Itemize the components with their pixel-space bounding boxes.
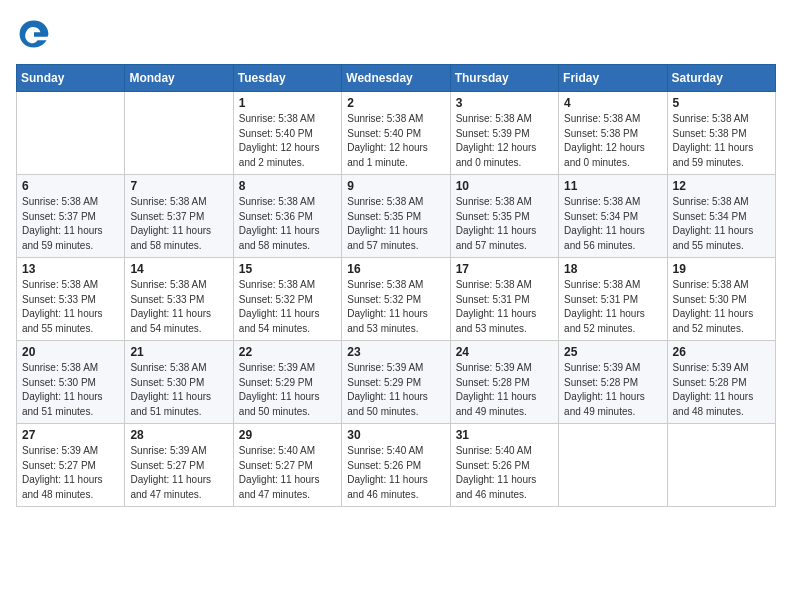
day-number: 30 <box>347 428 444 442</box>
weekday-header: Monday <box>125 65 233 92</box>
day-info: Sunrise: 5:38 AM Sunset: 5:40 PM Dayligh… <box>239 112 336 170</box>
day-info: Sunrise: 5:38 AM Sunset: 5:32 PM Dayligh… <box>347 278 444 336</box>
day-info: Sunrise: 5:38 AM Sunset: 5:38 PM Dayligh… <box>673 112 770 170</box>
calendar-day-cell: 29 Sunrise: 5:40 AM Sunset: 5:27 PM Dayl… <box>233 424 341 507</box>
logo <box>16 16 56 52</box>
day-number: 24 <box>456 345 553 359</box>
calendar-day-cell: 24 Sunrise: 5:39 AM Sunset: 5:28 PM Dayl… <box>450 341 558 424</box>
day-number: 9 <box>347 179 444 193</box>
calendar-day-cell: 30 Sunrise: 5:40 AM Sunset: 5:26 PM Dayl… <box>342 424 450 507</box>
calendar-day-cell: 2 Sunrise: 5:38 AM Sunset: 5:40 PM Dayli… <box>342 92 450 175</box>
calendar-week-row: 13 Sunrise: 5:38 AM Sunset: 5:33 PM Dayl… <box>17 258 776 341</box>
calendar-day-cell: 21 Sunrise: 5:38 AM Sunset: 5:30 PM Dayl… <box>125 341 233 424</box>
calendar-day-cell: 28 Sunrise: 5:39 AM Sunset: 5:27 PM Dayl… <box>125 424 233 507</box>
day-number: 13 <box>22 262 119 276</box>
day-info: Sunrise: 5:39 AM Sunset: 5:27 PM Dayligh… <box>22 444 119 502</box>
calendar-day-cell: 3 Sunrise: 5:38 AM Sunset: 5:39 PM Dayli… <box>450 92 558 175</box>
day-number: 15 <box>239 262 336 276</box>
day-number: 20 <box>22 345 119 359</box>
calendar-day-cell: 6 Sunrise: 5:38 AM Sunset: 5:37 PM Dayli… <box>17 175 125 258</box>
calendar-day-cell: 12 Sunrise: 5:38 AM Sunset: 5:34 PM Dayl… <box>667 175 775 258</box>
calendar-day-cell <box>17 92 125 175</box>
day-info: Sunrise: 5:40 AM Sunset: 5:26 PM Dayligh… <box>456 444 553 502</box>
day-info: Sunrise: 5:38 AM Sunset: 5:34 PM Dayligh… <box>673 195 770 253</box>
day-number: 6 <box>22 179 119 193</box>
calendar-week-row: 6 Sunrise: 5:38 AM Sunset: 5:37 PM Dayli… <box>17 175 776 258</box>
day-info: Sunrise: 5:38 AM Sunset: 5:33 PM Dayligh… <box>22 278 119 336</box>
day-info: Sunrise: 5:38 AM Sunset: 5:37 PM Dayligh… <box>130 195 227 253</box>
page-header <box>16 16 776 52</box>
day-info: Sunrise: 5:38 AM Sunset: 5:40 PM Dayligh… <box>347 112 444 170</box>
day-number: 31 <box>456 428 553 442</box>
day-number: 23 <box>347 345 444 359</box>
weekday-header: Saturday <box>667 65 775 92</box>
day-number: 18 <box>564 262 661 276</box>
day-number: 1 <box>239 96 336 110</box>
calendar-day-cell: 25 Sunrise: 5:39 AM Sunset: 5:28 PM Dayl… <box>559 341 667 424</box>
calendar-day-cell: 10 Sunrise: 5:38 AM Sunset: 5:35 PM Dayl… <box>450 175 558 258</box>
calendar-day-cell: 17 Sunrise: 5:38 AM Sunset: 5:31 PM Dayl… <box>450 258 558 341</box>
calendar-day-cell: 8 Sunrise: 5:38 AM Sunset: 5:36 PM Dayli… <box>233 175 341 258</box>
weekday-header: Wednesday <box>342 65 450 92</box>
calendar-day-cell: 26 Sunrise: 5:39 AM Sunset: 5:28 PM Dayl… <box>667 341 775 424</box>
day-number: 12 <box>673 179 770 193</box>
day-number: 4 <box>564 96 661 110</box>
calendar-day-cell: 31 Sunrise: 5:40 AM Sunset: 5:26 PM Dayl… <box>450 424 558 507</box>
weekday-header: Friday <box>559 65 667 92</box>
day-info: Sunrise: 5:38 AM Sunset: 5:37 PM Dayligh… <box>22 195 119 253</box>
day-number: 22 <box>239 345 336 359</box>
day-number: 26 <box>673 345 770 359</box>
calendar-day-cell: 22 Sunrise: 5:39 AM Sunset: 5:29 PM Dayl… <box>233 341 341 424</box>
day-info: Sunrise: 5:39 AM Sunset: 5:29 PM Dayligh… <box>347 361 444 419</box>
calendar-day-cell: 27 Sunrise: 5:39 AM Sunset: 5:27 PM Dayl… <box>17 424 125 507</box>
day-info: Sunrise: 5:39 AM Sunset: 5:29 PM Dayligh… <box>239 361 336 419</box>
day-number: 25 <box>564 345 661 359</box>
calendar-day-cell <box>559 424 667 507</box>
day-info: Sunrise: 5:39 AM Sunset: 5:28 PM Dayligh… <box>673 361 770 419</box>
day-info: Sunrise: 5:38 AM Sunset: 5:30 PM Dayligh… <box>22 361 119 419</box>
calendar-week-row: 27 Sunrise: 5:39 AM Sunset: 5:27 PM Dayl… <box>17 424 776 507</box>
day-number: 8 <box>239 179 336 193</box>
calendar-day-cell: 9 Sunrise: 5:38 AM Sunset: 5:35 PM Dayli… <box>342 175 450 258</box>
day-number: 11 <box>564 179 661 193</box>
day-number: 14 <box>130 262 227 276</box>
calendar-day-cell: 13 Sunrise: 5:38 AM Sunset: 5:33 PM Dayl… <box>17 258 125 341</box>
day-info: Sunrise: 5:40 AM Sunset: 5:27 PM Dayligh… <box>239 444 336 502</box>
calendar-day-cell: 4 Sunrise: 5:38 AM Sunset: 5:38 PM Dayli… <box>559 92 667 175</box>
day-info: Sunrise: 5:38 AM Sunset: 5:34 PM Dayligh… <box>564 195 661 253</box>
day-number: 21 <box>130 345 227 359</box>
calendar-day-cell: 20 Sunrise: 5:38 AM Sunset: 5:30 PM Dayl… <box>17 341 125 424</box>
day-info: Sunrise: 5:38 AM Sunset: 5:33 PM Dayligh… <box>130 278 227 336</box>
day-info: Sunrise: 5:38 AM Sunset: 5:36 PM Dayligh… <box>239 195 336 253</box>
calendar-week-row: 1 Sunrise: 5:38 AM Sunset: 5:40 PM Dayli… <box>17 92 776 175</box>
day-number: 3 <box>456 96 553 110</box>
calendar-day-cell: 14 Sunrise: 5:38 AM Sunset: 5:33 PM Dayl… <box>125 258 233 341</box>
calendar-day-cell: 19 Sunrise: 5:38 AM Sunset: 5:30 PM Dayl… <box>667 258 775 341</box>
calendar-day-cell: 1 Sunrise: 5:38 AM Sunset: 5:40 PM Dayli… <box>233 92 341 175</box>
day-number: 7 <box>130 179 227 193</box>
weekday-header: Sunday <box>17 65 125 92</box>
day-info: Sunrise: 5:39 AM Sunset: 5:28 PM Dayligh… <box>564 361 661 419</box>
day-number: 5 <box>673 96 770 110</box>
day-number: 17 <box>456 262 553 276</box>
logo-icon <box>16 16 52 52</box>
day-number: 16 <box>347 262 444 276</box>
calendar-day-cell <box>125 92 233 175</box>
calendar-day-cell: 5 Sunrise: 5:38 AM Sunset: 5:38 PM Dayli… <box>667 92 775 175</box>
day-number: 27 <box>22 428 119 442</box>
calendar-week-row: 20 Sunrise: 5:38 AM Sunset: 5:30 PM Dayl… <box>17 341 776 424</box>
day-number: 29 <box>239 428 336 442</box>
weekday-header: Tuesday <box>233 65 341 92</box>
calendar-day-cell: 15 Sunrise: 5:38 AM Sunset: 5:32 PM Dayl… <box>233 258 341 341</box>
day-info: Sunrise: 5:38 AM Sunset: 5:35 PM Dayligh… <box>456 195 553 253</box>
calendar-day-cell: 16 Sunrise: 5:38 AM Sunset: 5:32 PM Dayl… <box>342 258 450 341</box>
day-info: Sunrise: 5:38 AM Sunset: 5:30 PM Dayligh… <box>130 361 227 419</box>
day-number: 2 <box>347 96 444 110</box>
day-info: Sunrise: 5:38 AM Sunset: 5:39 PM Dayligh… <box>456 112 553 170</box>
day-info: Sunrise: 5:38 AM Sunset: 5:32 PM Dayligh… <box>239 278 336 336</box>
day-info: Sunrise: 5:40 AM Sunset: 5:26 PM Dayligh… <box>347 444 444 502</box>
calendar-day-cell: 18 Sunrise: 5:38 AM Sunset: 5:31 PM Dayl… <box>559 258 667 341</box>
day-info: Sunrise: 5:39 AM Sunset: 5:28 PM Dayligh… <box>456 361 553 419</box>
day-info: Sunrise: 5:38 AM Sunset: 5:31 PM Dayligh… <box>456 278 553 336</box>
day-number: 19 <box>673 262 770 276</box>
